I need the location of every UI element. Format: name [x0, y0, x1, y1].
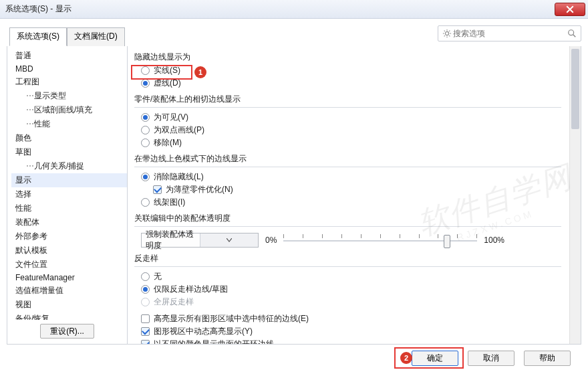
check-open-edges-color[interactable]: 以不同的颜色显示曲面的开环边线: [134, 338, 561, 344]
tree-item[interactable]: ⋯显示类型: [11, 89, 127, 103]
search-input[interactable]: [452, 28, 567, 39]
divider: [134, 167, 561, 167]
svg-line-5: [444, 31, 445, 31]
transparency-slider[interactable]: [283, 230, 477, 250]
slider-min-label: 0%: [265, 235, 277, 245]
chevron-down-icon: [200, 233, 259, 247]
search-icon: [567, 29, 577, 38]
tab-system-options[interactable]: 系统选项(S): [9, 27, 67, 46]
search-box[interactable]: [438, 25, 581, 41]
radio-phantom[interactable]: 为双点画线(P): [134, 124, 561, 136]
group-hidden-edges: 隐藏边线显示为: [134, 52, 561, 63]
svg-line-8: [449, 31, 450, 31]
tree-item[interactable]: 文件位置: [11, 258, 127, 272]
svg-point-0: [445, 31, 448, 35]
tree-item[interactable]: 普通: [11, 49, 127, 63]
divider: [134, 107, 561, 108]
radio-solid-line[interactable]: 实线(S): [134, 64, 561, 77]
tree-item[interactable]: 装配体: [11, 215, 127, 229]
radio-aa-none[interactable]: 无: [134, 270, 561, 283]
tree-item[interactable]: 选值框增量值: [11, 284, 127, 298]
tree-item[interactable]: ⋯区域剖面线/填充: [11, 103, 127, 117]
svg-point-9: [569, 30, 574, 35]
tree-item[interactable]: 选择: [11, 187, 127, 201]
slider-max-label: 100%: [484, 235, 504, 245]
tabs: 系统选项(S) 文档属性(D): [9, 27, 125, 46]
group-shaded-edges: 在带边线上色模式下的边线显示: [134, 153, 561, 165]
tree-scroll[interactable]: 普通MBD工程图⋯显示类型⋯区域剖面线/填充⋯性能颜色草图⋯几何关系/捕捉显示选…: [7, 46, 127, 320]
annotation-badge-2: 2: [400, 352, 412, 364]
tree-item[interactable]: 外部参考: [11, 229, 127, 244]
svg-line-6: [449, 35, 450, 36]
radio-visible[interactable]: 为可见(V): [134, 111, 561, 124]
scrollbar-thumb[interactable]: [571, 49, 579, 129]
category-tree: 普通MBD工程图⋯显示类型⋯区域剖面线/填充⋯性能颜色草图⋯几何关系/捕捉显示选…: [7, 46, 127, 320]
radio-hlr[interactable]: 消除隐藏线(L): [134, 171, 561, 183]
cancel-button[interactable]: 取消: [468, 351, 514, 366]
group-antialias: 反走样: [134, 253, 561, 264]
tree-item[interactable]: FeatureManager: [11, 272, 127, 284]
divider: [134, 226, 561, 227]
close-icon: [566, 5, 574, 13]
right-scroll[interactable]: 隐藏边线显示为 实线(S) 虚线(D) 零件/装配体上的相切边线显示 为可见(V…: [128, 46, 569, 344]
tree-panel: 普通MBD工程图⋯显示类型⋯区域剖面线/填充⋯性能颜色草图⋯几何关系/捕捉显示选…: [7, 46, 128, 344]
transparency-combo[interactable]: 强制装配体透明度: [141, 233, 259, 248]
footer: 确定 取消 帮助 2: [7, 345, 581, 371]
top-row: 系统选项(S) 文档属性(D): [7, 23, 581, 46]
reset-button[interactable]: 重设(R)...: [40, 324, 94, 339]
close-button[interactable]: [555, 3, 585, 16]
divider: [134, 266, 561, 267]
tree-item[interactable]: 默认模板: [11, 244, 127, 258]
svg-line-7: [444, 35, 445, 36]
right-panel: 隐藏边线显示为 实线(S) 虚线(D) 零件/装配体上的相切边线显示 为可见(V…: [128, 46, 581, 344]
tree-item[interactable]: 颜色: [11, 131, 127, 145]
titlebar: 系统选项(S) - 显示: [0, 0, 588, 19]
check-thin-wall[interactable]: 为薄壁零件优化(N): [134, 183, 561, 196]
radio-aa-edges[interactable]: 仅限反走样边线/草图: [134, 283, 561, 296]
group-transparency: 关联编辑中的装配体透明度: [134, 213, 561, 224]
tree-item[interactable]: 草图: [11, 145, 127, 159]
radio-aa-full: 全屏反走样: [134, 296, 561, 308]
ok-button[interactable]: 确定: [412, 351, 458, 366]
tree-item[interactable]: 备份/恢复: [11, 312, 127, 320]
tree-item[interactable]: 视图: [11, 298, 127, 312]
radio-remove[interactable]: 移除(M): [134, 136, 561, 149]
window-title: 系统选项(S) - 显示: [5, 3, 555, 15]
tree-item[interactable]: 性能: [11, 201, 127, 215]
slider-handle[interactable]: [444, 235, 450, 248]
tree-item[interactable]: 显示: [11, 173, 127, 187]
tree-item[interactable]: ⋯性能: [11, 117, 127, 131]
transparency-row: 强制装配体透明度 0% 100%: [141, 230, 561, 250]
help-button[interactable]: 帮助: [524, 351, 571, 366]
reset-wrap: 重设(R)...: [7, 320, 127, 344]
dialog-body: 系统选项(S) 文档属性(D) 普通MBD工程图⋯显示类型⋯区域剖面线/填充⋯性…: [0, 19, 588, 378]
check-dynamic-highlight[interactable]: 图形视区中动态高亮显示(Y): [134, 325, 561, 338]
right-scrollbar[interactable]: [569, 46, 581, 344]
gear-icon: [442, 29, 452, 38]
tab-document-properties[interactable]: 文档属性(D): [67, 27, 125, 46]
radio-wireframe[interactable]: 线架图(I): [134, 196, 561, 209]
check-highlight-edges[interactable]: 高亮显示所有图形区域中选中特征的边线(E): [134, 312, 561, 325]
tree-item[interactable]: MBD: [11, 63, 127, 75]
content: 普通MBD工程图⋯显示类型⋯区域剖面线/填充⋯性能颜色草图⋯几何关系/捕捉显示选…: [7, 46, 581, 345]
tree-item[interactable]: ⋯几何关系/捕捉: [11, 159, 127, 173]
radio-dashed-line[interactable]: 虚线(D): [134, 77, 561, 90]
group-tangent-edges: 零件/装配体上的相切边线显示: [134, 94, 561, 105]
svg-line-10: [573, 35, 576, 37]
tree-item[interactable]: 工程图: [11, 75, 127, 89]
